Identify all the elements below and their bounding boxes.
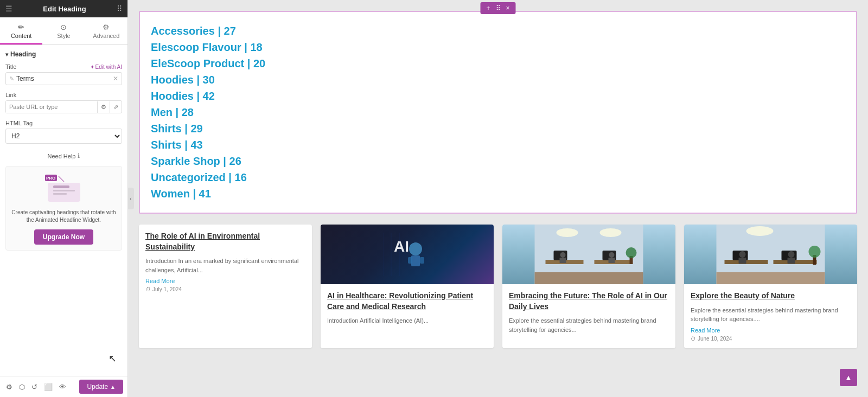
- blog-card-3-body: Embracing the Future: The Role of AI in …: [502, 284, 675, 344]
- heading-link-women[interactable]: Women | 41: [151, 185, 845, 202]
- tab-bar: ✏ Content ⊙ Style ⚙ Advanced: [0, 17, 127, 45]
- svg-rect-36: [739, 258, 746, 264]
- edit-with-ai-button[interactable]: ✦ Edit with AI: [90, 64, 122, 70]
- blog-card-2-body: AI in Healthcare: Revolutionizing Patien…: [321, 284, 494, 335]
- link-input-wrapper: ⚙ ⇗: [5, 100, 122, 113]
- blog-card-1-title[interactable]: The Role of AI in Environmental Sustaina…: [145, 231, 305, 252]
- heading-link-shirts-43[interactable]: Shirts | 43: [151, 137, 845, 153]
- html-tag-select-wrapper: H2 H1 H3 H4 H5 H6 div span p: [5, 129, 122, 144]
- ai-icon: ✦: [90, 64, 94, 70]
- blog-card-1-date: ⏱ July 1, 2024: [145, 286, 305, 292]
- svg-rect-3: [53, 193, 67, 195]
- blog-card-4-excerpt: Explore the essential strategies behind …: [691, 306, 851, 324]
- link-settings-icon[interactable]: ⚙: [98, 101, 110, 113]
- svg-rect-25: [609, 258, 615, 263]
- svg-rect-1: [53, 185, 69, 188]
- heading-link-hoodies-42[interactable]: Hoodies | 42: [151, 88, 845, 104]
- svg-rect-11: [420, 257, 424, 264]
- main-content: + ⠿ × Accessories | 27 Elescoop Flavour …: [128, 0, 868, 397]
- blog-card-4: Explore the Beauty of Nature Explore the…: [684, 225, 857, 348]
- svg-rect-23: [560, 258, 566, 263]
- link-external-icon[interactable]: ⇗: [110, 101, 122, 113]
- bottom-settings-icon[interactable]: ⚙: [4, 381, 14, 393]
- blog-card-1-read-more[interactable]: Read More: [145, 278, 305, 284]
- svg-point-27: [626, 247, 637, 258]
- link-icons: ⚙ ⇗: [97, 101, 122, 113]
- list-item: Hoodies | 42: [151, 88, 845, 104]
- bottom-layers-icon[interactable]: ⬡: [17, 381, 27, 393]
- title-label: Title ✦ Edit with AI: [5, 63, 122, 70]
- update-button[interactable]: Update ▲: [79, 380, 123, 394]
- heading-link-shirts-29[interactable]: Shirts | 29: [151, 120, 845, 137]
- blog-card-1: The Role of AI in Environmental Sustaina…: [139, 225, 312, 348]
- list-item: Elescoop Flavour | 18: [151, 39, 845, 55]
- svg-point-37: [788, 251, 795, 258]
- heading-link-uncategorized[interactable]: Uncategorized | 16: [151, 169, 845, 185]
- heading-link-men[interactable]: Men | 28: [151, 104, 845, 120]
- svg-line-6: [59, 176, 64, 182]
- svg-point-35: [739, 251, 746, 258]
- html-tag-field-row: HTML Tag H2 H1 H3 H4 H5 H6 div span p: [5, 120, 122, 144]
- widget-add-button[interactable]: +: [483, 3, 493, 13]
- blog-card-2-image: AI: [321, 225, 494, 284]
- heading-link-elescoop-product[interactable]: EleScoop Product | 20: [151, 55, 845, 72]
- list-item: Sparkle Shop | 26: [151, 153, 845, 169]
- svg-rect-38: [788, 258, 795, 264]
- sidebar: ☰ Edit Heading ⠿ ✏ Content ⊙ Style ⚙ Adv…: [0, 0, 128, 397]
- title-input[interactable]: [16, 75, 113, 82]
- blog-card-4-body: Explore the Beauty of Nature Explore the…: [684, 284, 857, 348]
- svg-text:AI: AI: [394, 238, 409, 255]
- svg-rect-2: [53, 190, 75, 191]
- svg-point-40: [809, 246, 821, 258]
- bottom-history-icon[interactable]: ↺: [30, 381, 39, 393]
- widget-move-handle[interactable]: ⠿: [493, 3, 503, 13]
- widget-delete-button[interactable]: ×: [503, 3, 513, 13]
- link-field-row: Link ⚙ ⇗: [5, 92, 122, 113]
- heading-link-accessories[interactable]: Accessories | 27: [151, 23, 845, 39]
- svg-rect-41: [717, 272, 825, 284]
- sidebar-body: Heading Title ✦ Edit with AI ✎ ✕ Link: [0, 45, 127, 376]
- tab-style[interactable]: ⊙ Style: [42, 17, 85, 44]
- link-label: Link: [5, 92, 122, 98]
- bottom-preview-icon[interactable]: 👁: [58, 381, 68, 393]
- blog-card-4-read-more[interactable]: Read More: [691, 327, 851, 334]
- title-input-wrapper: ✎ ✕: [5, 72, 122, 85]
- blog-card-4-image: [684, 225, 857, 284]
- advanced-icon: ⚙: [85, 23, 127, 31]
- bottom-icon-group: ⚙ ⬡ ↺ ⬜ 👁: [4, 381, 68, 393]
- pencil-icon: ✎: [9, 75, 14, 82]
- list-item: Women | 41: [151, 185, 845, 202]
- help-icon[interactable]: ℹ: [78, 152, 80, 159]
- list-item: Shirts | 29: [151, 120, 845, 137]
- sidebar-collapse-handle[interactable]: ‹: [127, 188, 134, 209]
- tab-advanced[interactable]: ⚙ Advanced: [85, 17, 127, 44]
- svg-point-30: [746, 226, 774, 236]
- svg-point-16: [557, 228, 578, 237]
- clear-input-icon[interactable]: ✕: [113, 75, 118, 82]
- heading-section-label: Heading: [5, 50, 122, 58]
- tab-content[interactable]: ✏ Content: [0, 17, 42, 44]
- grid-icon[interactable]: ⠿: [117, 4, 122, 13]
- heading-link-elescoop-flavour[interactable]: Elescoop Flavour | 18: [151, 39, 845, 55]
- blog-card-3-title[interactable]: Embracing the Future: The Role of AI in …: [509, 291, 669, 312]
- blog-card-2-excerpt: Introduction Artificial Intelligence (AI…: [327, 316, 487, 325]
- menu-icon[interactable]: ☰: [5, 4, 12, 13]
- blog-card-3-image: [502, 225, 675, 284]
- update-chevron-icon: ▲: [110, 384, 116, 390]
- bottom-responsive-icon[interactable]: ⬜: [42, 381, 54, 393]
- list-item: Shirts | 43: [151, 137, 845, 153]
- upgrade-now-button[interactable]: Upgrade Now: [34, 229, 93, 245]
- heading-link-sparkle[interactable]: Sparkle Shop | 26: [151, 153, 845, 169]
- list-item: EleScoop Product | 20: [151, 55, 845, 72]
- blog-card-1-excerpt: Introduction In an era marked by signifi…: [145, 257, 305, 274]
- back-to-top-button[interactable]: ▲: [840, 369, 857, 386]
- heading-link-hoodies-30[interactable]: Hoodies | 30: [151, 72, 845, 88]
- pro-banner-illustration: PRO: [42, 172, 86, 204]
- blog-card-4-title[interactable]: Explore the Beauty of Nature: [691, 291, 851, 302]
- html-tag-select[interactable]: H2 H1 H3 H4 H5 H6 div span p: [6, 129, 122, 143]
- list-item: Hoodies | 30: [151, 72, 845, 88]
- svg-rect-10: [408, 257, 412, 264]
- heading-widget: + ⠿ × Accessories | 27 Elescoop Flavour …: [139, 11, 857, 214]
- blog-card-2-title[interactable]: AI in Healthcare: Revolutionizing Patien…: [327, 291, 487, 312]
- link-input[interactable]: [6, 101, 97, 113]
